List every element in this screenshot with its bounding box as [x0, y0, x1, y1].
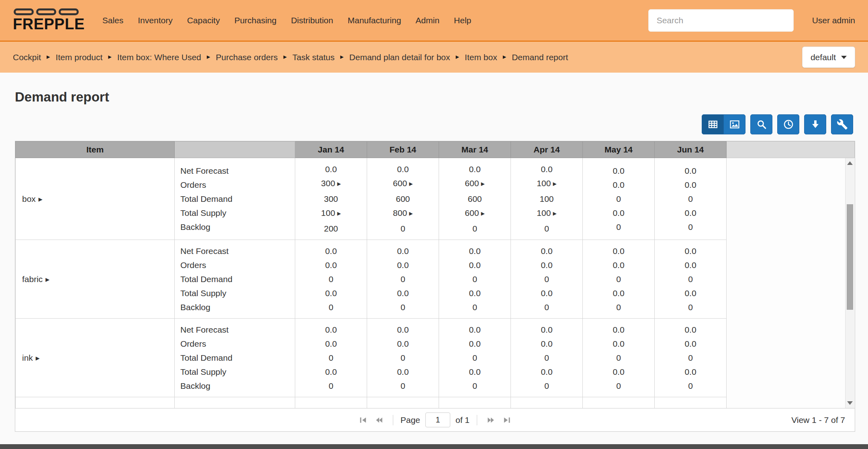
breadcrumb-item[interactable]: Item box: Where Used	[117, 53, 201, 62]
metric-value: 0.0	[325, 325, 337, 334]
metric-label: Orders	[180, 258, 295, 272]
scroll-up-icon[interactable]	[847, 161, 853, 165]
filler-cell	[727, 319, 855, 397]
breadcrumb-item[interactable]: Demand plan detail for box	[349, 53, 450, 62]
nav-item-capacity[interactable]: Capacity	[180, 16, 227, 25]
user-menu[interactable]: User admin	[812, 16, 855, 25]
column-header-may-14[interactable]: May 14	[583, 142, 655, 158]
nav-item-distribution[interactable]: Distribution	[284, 16, 340, 25]
logo-green-shape	[14, 8, 34, 15]
metric-value: 600	[465, 179, 479, 188]
view-range-label: View 1 - 7 of 7	[791, 415, 845, 425]
metric-label: Backlog	[180, 379, 295, 393]
breadcrumb-separator-icon: ▸	[47, 53, 50, 61]
export-button[interactable]	[804, 114, 826, 134]
drilldown-icon[interactable]: ▶	[409, 181, 413, 187]
metric-value: 0.0	[469, 367, 480, 376]
drilldown-icon[interactable]: ▶	[337, 211, 341, 216]
column-header-jun-14[interactable]: Jun 14	[655, 142, 727, 158]
metric-value: 0	[616, 194, 621, 203]
nav-item-admin[interactable]: Admin	[408, 16, 447, 25]
drilldown-icon[interactable]: ▶	[553, 181, 556, 187]
drilldown-icon[interactable]: ▶	[481, 211, 484, 216]
metric-value: 0.0	[684, 246, 696, 256]
values-cell: 0.0300▶300100▶200	[295, 158, 367, 240]
drilldown-icon[interactable]: ▶	[409, 211, 413, 216]
item-cell: fabric▶	[16, 240, 175, 319]
metric-value: 0	[544, 274, 549, 284]
page-count-label: of 1	[455, 415, 470, 425]
metric-value: 0.0	[613, 288, 624, 298]
nav-item-help[interactable]: Help	[447, 16, 478, 25]
column-header-mar-14[interactable]: Mar 14	[439, 142, 511, 158]
vertical-scrollbar[interactable]	[845, 158, 854, 408]
default-dropdown[interactable]: default	[802, 47, 855, 68]
column-header-apr-14[interactable]: Apr 14	[511, 142, 583, 158]
metric-value: 0.0	[684, 208, 696, 217]
item-link[interactable]: fabric▶	[22, 274, 49, 284]
metric-value: 600	[393, 179, 407, 188]
scroll-down-icon[interactable]	[847, 401, 853, 405]
metric-value: 0	[400, 224, 405, 233]
metric-value: 0.0	[541, 246, 552, 256]
page-number-input[interactable]	[425, 412, 450, 427]
breadcrumb-bar: Cockpit▸Item product▸Item box: Where Use…	[0, 42, 868, 73]
customize-button[interactable]	[831, 114, 853, 134]
nav-item-sales[interactable]: Sales	[95, 16, 131, 25]
logo-text: FREPPLE	[13, 16, 85, 33]
values-cell: 0.00.000.00	[367, 240, 439, 319]
metric-label: Total Demand	[180, 192, 295, 206]
drilldown-icon[interactable]: ▶	[481, 181, 484, 187]
values-cell: 0.00.000.00	[439, 319, 511, 397]
metric-value: 0	[329, 303, 333, 312]
search-button[interactable]	[750, 114, 772, 134]
graph-view-button[interactable]	[723, 114, 745, 134]
nav-item-manufacturing[interactable]: Manufacturing	[340, 16, 408, 25]
breadcrumb-item[interactable]: Demand report	[512, 53, 568, 62]
metric-value: 0	[329, 353, 333, 362]
frepple-logo[interactable]: FREPPLE	[13, 8, 85, 33]
breadcrumb-item[interactable]: Item box	[465, 53, 497, 62]
pager-divider	[393, 415, 393, 425]
next-page-button[interactable]	[483, 414, 499, 426]
breadcrumb-item[interactable]: Cockpit	[13, 53, 41, 62]
chevron-down-icon	[841, 56, 847, 59]
metric-value: 600	[396, 194, 410, 203]
prev-page-button[interactable]	[371, 414, 387, 426]
nav-item-inventory[interactable]: Inventory	[131, 16, 180, 25]
values-cell: 0.00.000.00	[583, 158, 655, 240]
scrollbar-thumb[interactable]	[847, 204, 853, 310]
window-bottom-edge	[0, 444, 868, 449]
demand-report-table: ItemJan 14Feb 14Mar 14Apr 14May 14Jun 14…	[15, 141, 855, 408]
breadcrumb: Cockpit▸Item product▸Item box: Where Use…	[13, 53, 568, 62]
item-link[interactable]: box▶	[22, 194, 43, 203]
drilldown-icon[interactable]: ▶	[337, 181, 341, 187]
column-header-item[interactable]: Item	[16, 142, 175, 158]
breadcrumb-item[interactable]: Purchase orders	[216, 53, 278, 62]
last-page-button[interactable]	[499, 414, 515, 426]
metric-value: 0.0	[613, 325, 624, 334]
wrench-icon	[837, 119, 848, 130]
drilldown-icon[interactable]: ▶	[553, 211, 556, 216]
metric-value: 800	[393, 208, 407, 217]
item-row-box: box▶Net ForecastOrdersTotal DemandTotal …	[16, 158, 855, 240]
breadcrumb-item[interactable]: Task status	[292, 53, 335, 62]
table-view-button[interactable]	[702, 114, 724, 134]
breadcrumb-item[interactable]: Item product	[56, 53, 103, 62]
metric-value: 0	[400, 381, 405, 390]
drilldown-icon[interactable]: ▶	[39, 196, 43, 202]
drilldown-icon[interactable]: ▶	[36, 355, 40, 361]
nav-item-purchasing[interactable]: Purchasing	[227, 16, 284, 25]
values-cell: 0.00.000.00	[655, 240, 727, 319]
metric-value: 0	[616, 353, 621, 362]
metric-value: 0	[472, 224, 477, 233]
time-buckets-button[interactable]	[777, 114, 799, 134]
drilldown-icon[interactable]: ▶	[45, 276, 49, 282]
metric-label: Net Forecast	[180, 323, 295, 337]
column-header-feb-14[interactable]: Feb 14	[367, 142, 439, 158]
column-header-jan-14[interactable]: Jan 14	[295, 142, 367, 158]
first-page-button[interactable]	[355, 414, 371, 426]
search-input[interactable]	[648, 9, 794, 32]
item-link[interactable]: ink▶	[22, 353, 40, 362]
logo-orange-shape	[36, 8, 56, 15]
